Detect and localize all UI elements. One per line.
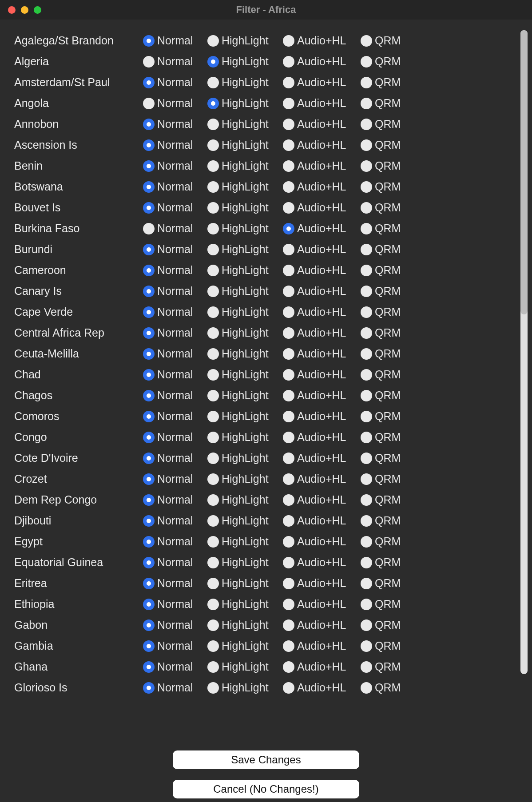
scrollbar-thumb[interactable]	[520, 30, 528, 314]
radio-icon[interactable]	[143, 390, 155, 401]
option-highlight[interactable]: HighLight	[207, 201, 283, 214]
option-normal[interactable]: Normal	[143, 118, 207, 131]
option-qrm[interactable]: QRM	[361, 222, 409, 235]
option-highlight[interactable]: HighLight	[207, 76, 283, 89]
radio-icon[interactable]	[207, 515, 219, 527]
option-qrm[interactable]: QRM	[361, 285, 409, 298]
option-highlight[interactable]: HighLight	[207, 97, 283, 110]
radio-icon[interactable]	[207, 578, 219, 589]
radio-icon[interactable]	[143, 35, 155, 47]
option-normal[interactable]: Normal	[143, 514, 207, 527]
option-normal[interactable]: Normal	[143, 285, 207, 298]
radio-icon[interactable]	[283, 98, 294, 109]
option-highlight[interactable]: HighLight	[207, 493, 283, 506]
radio-icon[interactable]	[207, 494, 219, 506]
radio-icon[interactable]	[361, 682, 372, 694]
option-audio-hl[interactable]: Audio+HL	[283, 76, 361, 89]
option-highlight[interactable]: HighLight	[207, 410, 283, 423]
option-audio-hl[interactable]: Audio+HL	[283, 681, 361, 694]
option-qrm[interactable]: QRM	[361, 472, 409, 485]
radio-icon[interactable]	[143, 640, 155, 652]
radio-icon[interactable]	[283, 139, 294, 151]
radio-icon[interactable]	[143, 77, 155, 88]
option-qrm[interactable]: QRM	[361, 97, 409, 110]
option-normal[interactable]: Normal	[143, 639, 207, 652]
radio-icon[interactable]	[283, 286, 294, 297]
radio-icon[interactable]	[361, 494, 372, 506]
option-highlight[interactable]: HighLight	[207, 264, 283, 277]
radio-icon[interactable]	[207, 286, 219, 297]
option-audio-hl[interactable]: Audio+HL	[283, 639, 361, 652]
scrollbar-track[interactable]	[520, 30, 528, 674]
radio-icon[interactable]	[361, 578, 372, 589]
option-highlight[interactable]: HighLight	[207, 556, 283, 569]
radio-icon[interactable]	[207, 411, 219, 422]
option-qrm[interactable]: QRM	[361, 139, 409, 151]
option-normal[interactable]: Normal	[143, 222, 207, 235]
option-audio-hl[interactable]: Audio+HL	[283, 368, 361, 381]
radio-icon[interactable]	[361, 661, 372, 673]
radio-icon[interactable]	[207, 327, 219, 339]
option-highlight[interactable]: HighLight	[207, 389, 283, 402]
option-qrm[interactable]: QRM	[361, 556, 409, 569]
radio-icon[interactable]	[143, 223, 155, 234]
radio-icon[interactable]	[207, 181, 219, 193]
option-audio-hl[interactable]: Audio+HL	[283, 556, 361, 569]
radio-icon[interactable]	[143, 306, 155, 318]
radio-icon[interactable]	[207, 682, 219, 694]
option-highlight[interactable]: HighLight	[207, 619, 283, 631]
option-audio-hl[interactable]: Audio+HL	[283, 410, 361, 423]
option-audio-hl[interactable]: Audio+HL	[283, 598, 361, 611]
radio-icon[interactable]	[143, 119, 155, 130]
radio-icon[interactable]	[361, 411, 372, 422]
option-audio-hl[interactable]: Audio+HL	[283, 619, 361, 631]
option-audio-hl[interactable]: Audio+HL	[283, 285, 361, 298]
radio-icon[interactable]	[283, 348, 294, 360]
option-audio-hl[interactable]: Audio+HL	[283, 452, 361, 465]
radio-icon[interactable]	[283, 390, 294, 401]
option-audio-hl[interactable]: Audio+HL	[283, 159, 361, 172]
option-normal[interactable]: Normal	[143, 660, 207, 673]
radio-icon[interactable]	[283, 682, 294, 694]
radio-icon[interactable]	[207, 599, 219, 610]
radio-icon[interactable]	[283, 473, 294, 485]
option-highlight[interactable]: HighLight	[207, 598, 283, 611]
option-qrm[interactable]: QRM	[361, 201, 409, 214]
radio-icon[interactable]	[143, 139, 155, 151]
radio-icon[interactable]	[207, 139, 219, 151]
radio-icon[interactable]	[143, 473, 155, 485]
close-window-button[interactable]	[8, 6, 16, 14]
radio-icon[interactable]	[143, 557, 155, 568]
radio-icon[interactable]	[207, 640, 219, 652]
radio-icon[interactable]	[143, 181, 155, 193]
option-highlight[interactable]: HighLight	[207, 222, 283, 235]
option-normal[interactable]: Normal	[143, 598, 207, 611]
option-normal[interactable]: Normal	[143, 410, 207, 423]
maximize-window-button[interactable]	[34, 6, 41, 14]
option-normal[interactable]: Normal	[143, 535, 207, 548]
option-highlight[interactable]: HighLight	[207, 368, 283, 381]
radio-icon[interactable]	[283, 244, 294, 255]
save-button[interactable]: Save Changes	[173, 750, 359, 769]
option-audio-hl[interactable]: Audio+HL	[283, 389, 361, 402]
option-qrm[interactable]: QRM	[361, 389, 409, 402]
radio-icon[interactable]	[143, 160, 155, 172]
radio-icon[interactable]	[361, 98, 372, 109]
option-audio-hl[interactable]: Audio+HL	[283, 493, 361, 506]
option-audio-hl[interactable]: Audio+HL	[283, 306, 361, 318]
option-highlight[interactable]: HighLight	[207, 347, 283, 360]
radio-icon[interactable]	[143, 98, 155, 109]
radio-icon[interactable]	[207, 619, 219, 631]
option-audio-hl[interactable]: Audio+HL	[283, 577, 361, 590]
option-normal[interactable]: Normal	[143, 431, 207, 444]
option-highlight[interactable]: HighLight	[207, 326, 283, 339]
option-audio-hl[interactable]: Audio+HL	[283, 535, 361, 548]
option-qrm[interactable]: QRM	[361, 159, 409, 172]
radio-icon[interactable]	[283, 578, 294, 589]
radio-icon[interactable]	[361, 286, 372, 297]
option-audio-hl[interactable]: Audio+HL	[283, 222, 361, 235]
radio-icon[interactable]	[361, 223, 372, 234]
option-normal[interactable]: Normal	[143, 347, 207, 360]
radio-icon[interactable]	[207, 557, 219, 568]
option-qrm[interactable]: QRM	[361, 34, 409, 47]
